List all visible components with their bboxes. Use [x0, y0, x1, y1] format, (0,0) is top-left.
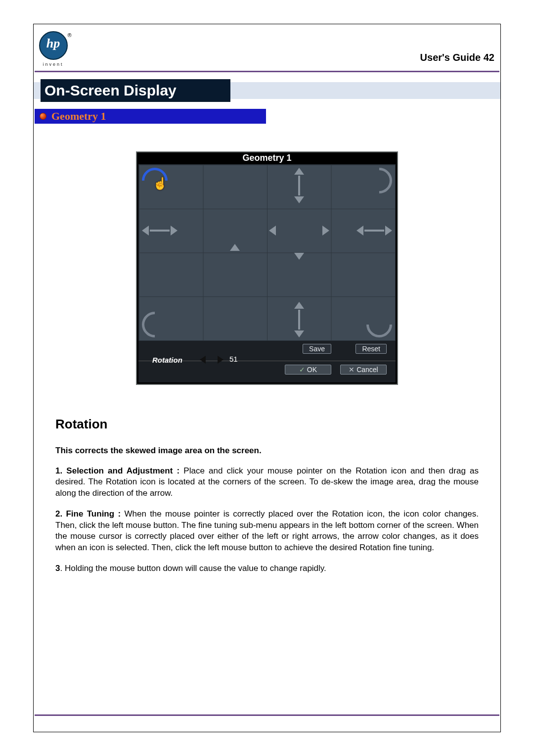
horizontal-arrow-icon [356, 226, 392, 236]
grid-cell [139, 253, 203, 297]
grid-cell [203, 209, 267, 253]
move-left-edge[interactable] [139, 209, 203, 253]
move-top-edge[interactable] [267, 165, 331, 209]
rotation-arc-icon [361, 306, 398, 343]
header-divider [35, 71, 499, 72]
grid-cell [203, 165, 267, 209]
paragraph-3: 3. Holding the mouse button down will ca… [55, 563, 479, 574]
triangle-left-icon [269, 226, 276, 236]
section-geometry-bar: Geometry 1 [35, 109, 266, 124]
save-button[interactable]: Save [303, 344, 331, 354]
hp-tagline: invent [35, 62, 72, 67]
osd-footer: Save Reset Rotation 51 OK Cancel [138, 341, 396, 382]
p3-rest: . Holding the mouse button down will cau… [60, 564, 326, 573]
paragraph-2: 2. Fine Tuning : When the mouse pointer … [55, 509, 479, 553]
osd-grid: ☝ [138, 164, 396, 341]
page-header: hp ® invent User's Guide 42 [34, 24, 500, 71]
rotation-value: 51 [229, 355, 238, 363]
move-right-edge[interactable] [331, 209, 396, 253]
osd-title: Geometry 1 [137, 152, 397, 164]
guide-label: User's Guide [420, 52, 481, 63]
move-bottom-edge[interactable] [267, 296, 331, 340]
hp-logo: hp ® invent [35, 31, 72, 67]
body-intro: This corrects the skewed image area on t… [55, 446, 479, 456]
cursor-hand-icon: ☝ [153, 177, 168, 190]
paragraph-1: 1. Selection and Adjustment : Place and … [55, 466, 479, 499]
p2-lead: 2. Fine Tuning : [55, 509, 124, 519]
ok-button[interactable]: OK [285, 365, 331, 375]
bullet-icon [40, 113, 46, 120]
grid-cell [267, 253, 331, 297]
section-label: Geometry 1 [51, 110, 106, 122]
rotation-handle-bottom-left[interactable] [139, 296, 203, 340]
horizontal-arrow-icon [142, 226, 178, 236]
triangle-up-icon [230, 244, 240, 251]
grid-cell [203, 253, 267, 297]
rotation-arc-icon [361, 162, 398, 199]
triangle-right-icon [322, 226, 329, 236]
p1-lead: 1. Selection and Adjustment : [55, 466, 183, 475]
cancel-button[interactable]: Cancel [340, 365, 387, 375]
footer-divider [35, 714, 499, 716]
reset-button[interactable]: Reset [356, 344, 387, 354]
rotation-increase-icon[interactable] [218, 356, 223, 364]
body-content: Rotation This corrects the skewed image … [55, 417, 479, 574]
rotation-handle-bottom-right[interactable] [331, 296, 396, 340]
grid-cell [331, 253, 396, 297]
hp-logo-text: hp [40, 36, 67, 51]
vertical-arrow-icon [294, 168, 304, 203]
registered-mark: ® [67, 32, 71, 38]
document-page: hp ® invent User's Guide 42 On-Screen Di… [33, 24, 501, 732]
center-adjust[interactable] [267, 209, 331, 253]
rotation-label: Rotation [152, 356, 182, 364]
vertical-arrow-icon [294, 302, 304, 337]
rotation-handle-top-right[interactable] [331, 165, 396, 209]
rotation-handle-top-left[interactable]: ☝ [139, 165, 203, 209]
grid-cell [203, 296, 267, 340]
rotation-decrease-icon[interactable] [200, 356, 206, 364]
title-band-text: On-Screen Display [41, 79, 230, 102]
guide-title: User's Guide 42 [420, 52, 494, 63]
title-band: On-Screen Display [34, 79, 500, 102]
hp-logo-circle: hp ® [39, 31, 68, 60]
page-number: 42 [484, 52, 494, 63]
rotation-arc-icon [136, 306, 173, 343]
osd-panel: Geometry 1 ☝ [136, 151, 398, 385]
body-heading: Rotation [55, 417, 479, 432]
